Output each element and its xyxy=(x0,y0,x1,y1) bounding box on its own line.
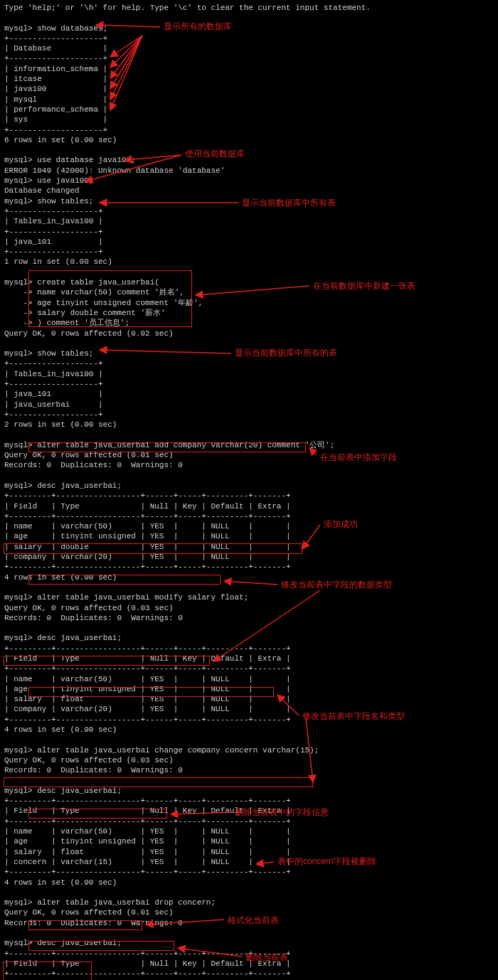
header: | Tables_in_java100 | xyxy=(4,216,494,226)
ann-modify: 修改当前表中字段的数据类型 xyxy=(281,580,392,591)
border: +---------+------------------+------+---… xyxy=(4,491,494,501)
cmd-desc3[interactable]: mysql> desc java_userbai; xyxy=(4,786,494,796)
ann-create-table: 在当前数据库中新建一张表 xyxy=(313,281,415,292)
ann-change: 修改当前表中字段名和类型 xyxy=(302,711,405,723)
cmd-create-3[interactable]: -> age tinyint unsigned comment '年龄', xyxy=(4,298,494,308)
cmd-show-databases[interactable]: mysql> show databases; xyxy=(4,23,494,33)
blank xyxy=(4,471,494,481)
border: +-------------------+ xyxy=(4,227,494,237)
ann-add-field: 在当前表中添加字段 xyxy=(320,452,397,464)
blank xyxy=(4,145,494,155)
blank xyxy=(4,888,494,898)
ann-show-tables: 显示当前数据库中所有表 xyxy=(242,198,336,209)
cmd-desc4[interactable]: mysql> desc java_userbai; xyxy=(4,938,494,948)
result: 2 rows in set (0.00 sec) xyxy=(4,420,494,430)
cmd-alter-drop[interactable]: mysql> alter table java_userbai drop con… xyxy=(4,898,494,907)
blank xyxy=(4,267,494,277)
result: 6 rows in set (0.00 sec) xyxy=(4,135,494,145)
border: +--------------------+ xyxy=(4,53,494,63)
border: +---------+------------------+------+---… xyxy=(4,664,494,673)
row: | java_101 | xyxy=(4,389,494,399)
result: Query OK, 0 rows affected (0.03 sec) xyxy=(4,755,494,765)
cmd-create-1[interactable]: mysql> create table java_userbai( xyxy=(4,277,494,287)
ann-truncate: 格式化当前表 xyxy=(228,915,279,927)
header: | Tables_in_java100 | xyxy=(4,369,494,379)
row: | name | varchar(50) | YES | | NULL | | xyxy=(4,674,494,684)
result: 4 rows in set (0.00 sec) xyxy=(4,878,494,888)
border: +--------------------+ xyxy=(4,125,494,135)
border: +---------+------------------+------+---… xyxy=(4,715,494,725)
result: Query OK, 0 rows affected (0.01 sec) xyxy=(4,450,494,460)
row: | salary | float | YES | | NULL | | xyxy=(4,847,494,857)
blank xyxy=(4,339,494,348)
border: +-------------------+ xyxy=(4,379,494,389)
result: 4 rows in set (0.00 sec) xyxy=(4,725,494,735)
ann-show-db: 显示所有的数据库 xyxy=(164,21,232,33)
cmd-use[interactable]: mysql> use java100; xyxy=(4,176,494,186)
cmd-alter-modify[interactable]: mysql> alter table java_userbai modify s… xyxy=(4,592,494,602)
error: ERROR 1049 (42000): Unknown database 'da… xyxy=(4,166,494,176)
border: +-------------------+ xyxy=(4,358,494,368)
row: | java100 | xyxy=(4,84,494,94)
ann-concern-removed: 表中的concern字段被删除 xyxy=(277,856,376,868)
row: | mysql | xyxy=(4,95,494,105)
border: +-------------------+ xyxy=(4,247,494,257)
result: 4 rows in set (0.00 sec) xyxy=(4,572,494,582)
blank xyxy=(4,430,494,440)
ann-add-ok: 添加成功 xyxy=(324,519,358,531)
border: +-------------------+ xyxy=(4,410,494,420)
cmd-create-2[interactable]: -> name varchar(50) comment '姓名', xyxy=(4,287,494,297)
border: +---------+------------------+------+---… xyxy=(4,796,494,806)
help-line: Type 'help;' or '\h' for help. Type '\c'… xyxy=(4,3,494,13)
row: | sys | xyxy=(4,114,494,124)
cmd-alter-change[interactable]: mysql> alter table java_userbai change c… xyxy=(4,745,494,755)
blank xyxy=(4,13,494,23)
cmd-create-5[interactable]: -> ) comment '员工信息'; xyxy=(4,318,494,328)
row: | name | varchar(50) | YES | | NULL | | xyxy=(4,826,494,836)
row: | salary | float | YES | | NULL | | xyxy=(4,694,494,704)
blank xyxy=(4,928,494,938)
row: | company | varchar(20) | YES | | NULL |… xyxy=(4,552,494,562)
result: Query OK, 0 rows affected (0.02 sec) xyxy=(4,329,494,339)
result: Records: 0 Duplicates: 0 Warnings: 0 xyxy=(4,460,494,470)
border: +---------+------------------+------+---… xyxy=(4,644,494,654)
border: +---------+------------------+------+---… xyxy=(4,511,494,521)
ann-drop-col: 删除当前表中的字段信息 xyxy=(235,807,329,819)
border: +---------+------------------+------+---… xyxy=(4,969,494,979)
blank xyxy=(4,582,494,592)
row: | age | tinyint unsigned | YES | | NULL … xyxy=(4,531,494,541)
row: | performance_schema | xyxy=(4,105,494,114)
cmd-desc2[interactable]: mysql> desc java_userbai; xyxy=(4,633,494,643)
row: | java_101 | xyxy=(4,237,494,247)
result: Records: 0 Duplicates: 0 Warnings: 0 xyxy=(4,765,494,775)
border: +---------+------------------+------+---… xyxy=(4,867,494,877)
row: | salary | double | YES | | NULL | | xyxy=(4,542,494,552)
result: Query OK, 0 rows affected (0.03 sec) xyxy=(4,603,494,613)
blank xyxy=(4,623,494,633)
row: | age | tinyint unsigned | YES | | NULL … xyxy=(4,836,494,846)
ann-use-db: 使用当前数据库 xyxy=(185,149,245,160)
row: | java_userbai | xyxy=(4,400,494,410)
row: | age | tinyint unsigned | YES | | NULL … xyxy=(4,684,494,694)
ann-show-tables2: 显示当前数据库中所有的表 xyxy=(235,348,337,359)
db-changed: Database changed xyxy=(4,186,494,196)
row: | itcase | xyxy=(4,74,494,84)
cmd-create-4[interactable]: -> salary double comment '薪水' xyxy=(4,308,494,318)
header: | Field | Type | Null | Key | Default | … xyxy=(4,654,494,664)
cmd-alter-add[interactable]: mysql> alter table java_userbai add comp… xyxy=(4,440,494,450)
blank xyxy=(4,776,494,786)
border: +---------+------------------+------+---… xyxy=(4,562,494,572)
row: | name | varchar(50) | YES | | NULL | | xyxy=(4,521,494,531)
result: 1 row in set (0.00 sec) xyxy=(4,257,494,267)
header: | Field | Type | Null | Key | Default | … xyxy=(4,501,494,511)
border: +--------------------+ xyxy=(4,33,494,43)
row: | information_schema | xyxy=(4,64,494,74)
header: | Database | xyxy=(4,43,494,53)
blank xyxy=(4,735,494,745)
cmd-use-wrong[interactable]: mysql> use database java100; xyxy=(4,155,494,165)
row: | concern | varchar(15) | YES | | NULL |… xyxy=(4,857,494,867)
cmd-desc1[interactable]: mysql> desc java_userbai; xyxy=(4,481,494,491)
result: Records: 0 Duplicates: 0 Warnings: 0 xyxy=(4,613,494,623)
ann-drop-table: 删除当前表 xyxy=(245,952,288,964)
row: | company | varchar(20) | YES | | NULL |… xyxy=(4,704,494,714)
